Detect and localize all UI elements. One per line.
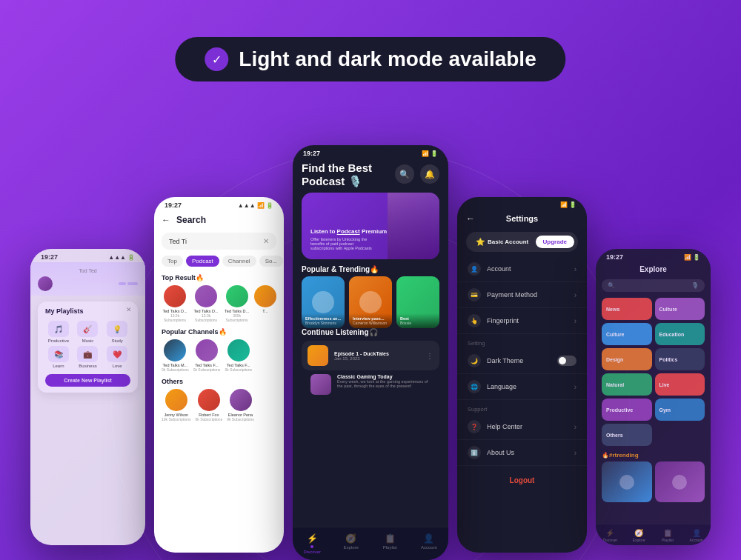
create-playlist-button[interactable]: Create New Playlist bbox=[45, 374, 130, 387]
chevron-right-icon: › bbox=[574, 449, 576, 457]
phone-light-playlist: 19:27 ▲▲▲ 🔋 Tod Ted ✕ My Playlists bbox=[30, 249, 145, 545]
category-culture1[interactable]: Culture bbox=[655, 298, 705, 320]
search-title: Search bbox=[176, 215, 206, 225]
language-menu-item[interactable]: 🌐 Language › bbox=[457, 374, 587, 400]
back-button[interactable]: ← bbox=[162, 215, 170, 225]
others-label: Others bbox=[154, 373, 284, 387]
dark-theme-menu-item[interactable]: 🌙 Dark Theme bbox=[457, 348, 587, 374]
category-gym[interactable]: Gym bbox=[655, 399, 705, 421]
list-item[interactable]: Interview pass... Cameron Williamson bbox=[349, 276, 392, 328]
category-design[interactable]: Design bbox=[602, 348, 652, 370]
category-natural[interactable]: Natural bbox=[602, 373, 652, 396]
category-culture2[interactable]: Culture bbox=[602, 323, 652, 345]
about-label: About Us bbox=[487, 449, 514, 456]
about-menu-item[interactable]: ℹ️ About Us › bbox=[457, 440, 587, 466]
more-options-icon[interactable]: ⋮ bbox=[426, 352, 433, 360]
nav-explore[interactable]: 🧭 Explore bbox=[625, 529, 654, 542]
account-row: ⭐ Basic Account Upgrade bbox=[466, 232, 578, 252]
account-menu-item[interactable]: 👤 Account › bbox=[457, 256, 587, 282]
toggle-knob bbox=[559, 357, 566, 364]
list-item: 💡 Study bbox=[104, 321, 130, 343]
category-education[interactable]: Education bbox=[655, 323, 705, 345]
chevron-right-icon: › bbox=[574, 317, 576, 325]
language-label: Language bbox=[487, 383, 516, 390]
search-bar[interactable]: Ted Ti ✕ bbox=[162, 233, 276, 250]
episode-thumbnail bbox=[308, 345, 328, 366]
category-live[interactable]: Live bbox=[655, 373, 705, 396]
episode-item[interactable]: Episode 1 - DuckTales Jan 15, 2023 ⋮ bbox=[302, 341, 439, 370]
p1-close-icon[interactable]: ✕ bbox=[126, 306, 132, 313]
nav-playlist[interactable]: 📋 Playlist bbox=[654, 529, 682, 542]
search-icon: 🔍 bbox=[608, 282, 615, 289]
tab-top[interactable]: Top bbox=[162, 256, 183, 267]
nav-playlist[interactable]: 📋 Playlist bbox=[370, 533, 410, 554]
upgrade-button[interactable]: Upgrade bbox=[536, 236, 574, 248]
back-button[interactable]: ← bbox=[466, 213, 475, 224]
list-item[interactable]: Effectiveness an... Brooklyn Simmons bbox=[302, 276, 345, 328]
channel-sub: 0k Subscriptions bbox=[225, 367, 252, 372]
list-item: Robert Fox 0k Subscriptions bbox=[195, 389, 222, 421]
nav-account[interactable]: 👤 Account bbox=[410, 533, 449, 554]
p2-nav: ← Search bbox=[154, 210, 284, 230]
list-item[interactable]: Best Bossie bbox=[396, 276, 439, 328]
tab-so[interactable]: So... bbox=[259, 256, 283, 267]
nav-account[interactable]: 👤 Account bbox=[682, 529, 711, 542]
dark-theme-toggle[interactable] bbox=[557, 356, 576, 366]
avatar bbox=[226, 285, 248, 307]
category-others[interactable]: Others bbox=[602, 424, 652, 446]
nav-discover[interactable]: ⚡ Discover bbox=[293, 533, 332, 554]
list-item: Ted Talks F... 0k Subscriptions bbox=[193, 339, 221, 372]
header-badge: ✓ Light and dark mode available bbox=[175, 37, 565, 81]
search-value: Ted Ti bbox=[169, 238, 187, 245]
bottom-nav-p5: ⚡ Discover 🧭 Explore 📋 Playlist 👤 Accoun… bbox=[596, 524, 711, 545]
featured-card[interactable]: Listen to Podcast Premium Offer listener… bbox=[302, 193, 439, 259]
classic-info: Classic Gaming Today Every week, we look… bbox=[337, 374, 431, 395]
time-p2: 19:27 bbox=[165, 201, 182, 209]
channel-sub: 0k Subscriptions bbox=[162, 367, 189, 372]
others-row: Jenny Wilson 10k Subscriptions Robert Fo… bbox=[154, 387, 284, 423]
classic-sub: Every week, we look at the gaming experi… bbox=[337, 379, 431, 388]
fingerprint-menu-item[interactable]: 👆 Fingerprint › bbox=[457, 308, 587, 334]
payment-label: Payment Method bbox=[487, 291, 537, 299]
language-icon: 🌐 bbox=[468, 380, 481, 393]
channels-row: Ted Talks M... 0k Subscriptions Ted Talk… bbox=[154, 338, 284, 373]
p1-playlist-grid: 🎵 Productive 🎸 Music 💡 Study 📚 Learn bbox=[45, 321, 130, 368]
other-sub: 9k Subscriptions bbox=[227, 417, 254, 421]
nav-label: Explore bbox=[344, 545, 359, 550]
status-icons-p5: 📶 🔋 bbox=[684, 254, 700, 261]
nav-discover[interactable]: ⚡ Discover bbox=[596, 529, 625, 542]
list-item[interactable] bbox=[655, 461, 705, 502]
list-item: ❤️ Love bbox=[104, 346, 130, 368]
status-bar-p5: 19:27 📶 🔋 bbox=[596, 249, 711, 262]
tab-channel[interactable]: Channel bbox=[222, 256, 256, 267]
episode-info: Episode 1 - DuckTales Jan 15, 2023 bbox=[334, 351, 420, 361]
top-results-row: Ted Talks D... 13.0k Subscriptions Ted T… bbox=[154, 284, 284, 324]
p1-header: Tod Ted bbox=[30, 262, 145, 296]
search-clear-icon[interactable]: ✕ bbox=[263, 237, 269, 245]
notification-button[interactable]: 🔔 bbox=[420, 164, 439, 184]
help-center-menu-item[interactable]: ❓ Help Center › bbox=[457, 414, 587, 440]
nav-explore[interactable]: 🧭 Explore bbox=[332, 533, 371, 554]
p1-user-area bbox=[38, 276, 138, 291]
basic-account-button[interactable]: ⭐ Basic Account bbox=[470, 236, 534, 248]
status-icons-p1: ▲▲▲ 🔋 bbox=[108, 254, 135, 261]
account-label: Account bbox=[487, 265, 511, 273]
phone-settings: 📶 🔋 ← Settings ⭐ Basic Account Upgrade 👤… bbox=[457, 197, 587, 553]
logout-button[interactable]: Logout bbox=[457, 466, 587, 495]
chevron-right-icon: › bbox=[574, 383, 576, 391]
category-politics[interactable]: Politics bbox=[655, 348, 705, 370]
trending-label: Popular & Trending🔥 bbox=[293, 259, 448, 276]
list-item[interactable] bbox=[602, 461, 652, 502]
p1-avatar bbox=[38, 276, 53, 291]
category-productive[interactable]: Productive bbox=[602, 399, 652, 421]
explore-search[interactable]: 🔍 🎙️ bbox=[602, 279, 705, 292]
tab-podcast[interactable]: Podcast bbox=[186, 256, 219, 267]
avatar bbox=[195, 285, 217, 307]
category-news[interactable]: News bbox=[602, 298, 652, 320]
avatar bbox=[164, 285, 186, 307]
bottom-nav-p3: ⚡ Discover 🧭 Explore 📋 Playlist 👤 Accoun… bbox=[293, 527, 448, 560]
continue-label: Continue Listening🎧 bbox=[302, 328, 439, 336]
payment-menu-item[interactable]: 💳 Payment Method › bbox=[457, 282, 587, 308]
search-button[interactable]: 🔍 bbox=[395, 164, 414, 184]
menu-left: 🌙 Dark Theme bbox=[468, 354, 523, 367]
